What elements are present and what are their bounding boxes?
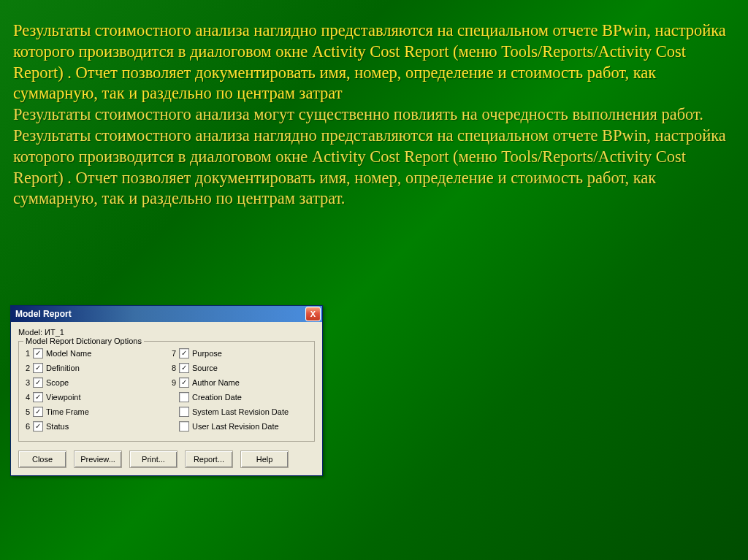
checkbox[interactable]: [33, 377, 43, 388]
checkbox[interactable]: [179, 392, 189, 402]
close-button[interactable]: X: [305, 307, 321, 321]
group-legend: Model Report Dictionary Options: [23, 337, 144, 345]
option-number: 4: [23, 393, 30, 402]
option-row: 2Definition: [23, 362, 164, 374]
options-column-right: 7Purpose8Source9Author NameCreation Date…: [169, 348, 310, 435]
options-group: Model Report Dictionary Options 1Model N…: [18, 341, 315, 442]
option-label: Status: [46, 422, 69, 431]
option-number: 1: [23, 349, 30, 358]
option-row: 9Author Name: [169, 377, 310, 388]
checkbox[interactable]: [179, 348, 189, 358]
option-row: 8Source: [169, 362, 310, 374]
option-number: 3: [23, 378, 30, 387]
model-row: Model: ИТ_1: [18, 328, 315, 337]
option-label: Definition: [46, 364, 80, 372]
option-number: 5: [23, 407, 30, 416]
slide-text: Результаты стоимостного анализа наглядно…: [0, 0, 748, 210]
model-label: Model:: [18, 328, 42, 337]
option-row: System Last Revision Date: [169, 406, 310, 418]
option-row: 3Scope: [23, 377, 164, 388]
option-row: 4Viewpoint: [23, 391, 164, 403]
option-row: 6Status: [23, 421, 164, 432]
dialog-titlebar: Model Report X: [11, 306, 322, 322]
option-number: 7: [169, 349, 176, 358]
option-row: Creation Date: [169, 391, 310, 403]
preview-button[interactable]: Preview...: [74, 450, 122, 468]
option-label: Purpose: [192, 349, 222, 358]
option-label: Time Frame: [46, 407, 89, 416]
option-row: 1Model Name: [23, 348, 164, 359]
checkbox[interactable]: [33, 392, 43, 402]
dialog-title: Model Report: [15, 309, 72, 319]
option-label: Model Name: [46, 349, 91, 358]
option-label: Scope: [46, 378, 69, 387]
paragraph-2: Результаты стоимостного анализа могут су…: [13, 104, 735, 210]
button-row: Close Preview... Print... Report... Help: [18, 450, 315, 468]
option-row: 7Purpose: [169, 348, 310, 359]
option-label: User Last Revision Date: [192, 422, 279, 431]
dialog-body: Model: ИТ_1 Model Report Dictionary Opti…: [11, 322, 322, 475]
option-label: Author Name: [192, 378, 240, 387]
option-row: User Last Revision Date: [169, 421, 310, 432]
report-button[interactable]: Report...: [185, 450, 233, 468]
options-column-left: 1Model Name2Definition3Scope4Viewpoint5T…: [23, 348, 164, 435]
checkbox[interactable]: [179, 407, 189, 417]
checkbox[interactable]: [33, 363, 43, 373]
model-value: ИТ_1: [45, 328, 64, 337]
checkbox[interactable]: [33, 407, 43, 417]
model-report-dialog: Model Report X Model: ИТ_1 Model Report …: [10, 305, 323, 476]
option-number: 8: [169, 364, 176, 372]
print-button[interactable]: Print...: [129, 450, 178, 468]
checkbox[interactable]: [33, 348, 43, 358]
option-label: Source: [192, 364, 218, 372]
checkbox[interactable]: [33, 421, 43, 431]
close-icon: X: [310, 310, 316, 318]
option-row: 5Time Frame: [23, 406, 164, 418]
paragraph-1: Результаты стоимостного анализа наглядно…: [13, 20, 735, 104]
option-label: Creation Date: [192, 393, 242, 402]
checkbox[interactable]: [179, 363, 189, 373]
option-label: System Last Revision Date: [192, 407, 289, 416]
option-label: Viewpoint: [46, 393, 81, 402]
option-number: 6: [23, 422, 30, 431]
option-number: 2: [23, 364, 30, 372]
help-button[interactable]: Help: [240, 450, 289, 468]
checkbox[interactable]: [179, 421, 189, 431]
close-action-button[interactable]: Close: [18, 450, 66, 468]
checkbox[interactable]: [179, 377, 189, 388]
option-number: 9: [169, 378, 176, 387]
